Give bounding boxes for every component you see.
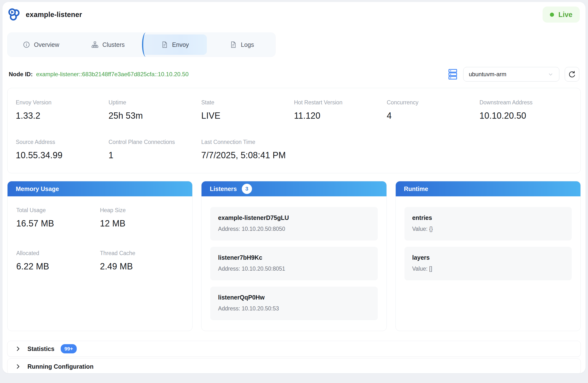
page-title: example-listener — [26, 11, 82, 19]
listener-item: example-listenerD75gLU Address: 10.10.20… — [210, 207, 378, 241]
tab-logs[interactable]: Logs — [210, 35, 274, 55]
card-title: Listeners — [210, 185, 237, 192]
listener-name: example-listenerD75gLU — [218, 214, 370, 221]
field-label: Allocated — [16, 250, 100, 257]
tab-envoy[interactable]: Envoy — [143, 35, 207, 55]
field-value: 4 — [387, 111, 480, 121]
info-icon — [23, 41, 30, 48]
tab-label: Logs — [241, 41, 254, 48]
info-field: Control Plane Connections1 — [108, 139, 201, 161]
section-running-configuration[interactable]: Running Configuration — [7, 359, 581, 373]
memory-field: Allocated6.22 MB — [16, 250, 100, 272]
document-icon — [161, 41, 168, 48]
info-field: Uptime25h 53m — [108, 99, 201, 121]
section-statistics[interactable]: Statistics 99+ — [7, 341, 581, 357]
app-logo-icon — [8, 8, 21, 21]
node-select[interactable]: ubuntuvm-arm — [463, 67, 559, 81]
section-label: Running Configuration — [27, 363, 93, 370]
listeners-card: Listeners 3 example-listenerD75gLU Addre… — [201, 181, 386, 331]
tab-label: Envoy — [172, 41, 189, 48]
node-controls: ubuntuvm-arm — [448, 67, 579, 81]
accordion-sections: Statistics 99+ Running Configuration Run… — [7, 341, 581, 373]
listener-name: listenerQqP0Hw — [218, 294, 370, 301]
card-title: Runtime — [404, 185, 428, 192]
memory-field: Total Usage16.57 MB — [16, 207, 100, 229]
runtime-value: Value: [] — [412, 265, 564, 272]
listeners-body: example-listenerD75gLU Address: 10.10.20… — [202, 196, 386, 331]
field-value: 6.22 MB — [16, 262, 100, 272]
listener-address: Address: 10.10.20.50:8050 — [218, 226, 370, 232]
field-label: Control Plane Connections — [108, 139, 201, 145]
runtime-item: entries Value: {} — [404, 207, 572, 241]
node-id-label: Node ID: — [9, 71, 33, 78]
listener-name: listener7bH9Kc — [218, 254, 370, 261]
runtime-body: entries Value: {} layers Value: [] — [396, 196, 581, 291]
field-label: Concurrency — [387, 99, 480, 106]
runtime-key: layers — [412, 254, 564, 261]
cards-row: Memory Usage Total Usage16.57 MB Heap Si… — [7, 181, 581, 331]
field-label: Last Connection Time — [201, 139, 294, 145]
chevron-down-icon — [547, 71, 554, 78]
memory-field: Heap Size12 MB — [100, 207, 184, 229]
node-id-row: Node ID: example-listener::683b2148ff7e3… — [7, 67, 581, 81]
app-header: example-listener Live — [7, 2, 581, 27]
listener-item: listenerQqP0Hw Address: 10.10.20.50:53 — [210, 287, 378, 320]
runtime-key: entries — [412, 214, 564, 221]
chevron-right-icon — [15, 363, 21, 370]
memory-usage-body: Total Usage16.57 MB Heap Size12 MB Alloc… — [7, 196, 192, 282]
memory-usage-card: Memory Usage Total Usage16.57 MB Heap Si… — [7, 181, 192, 331]
listener-address: Address: 10.10.20.50:8051 — [218, 265, 370, 272]
runtime-card: Runtime entries Value: {} layers Value: … — [396, 181, 581, 331]
field-label: Downstream Address — [480, 99, 572, 106]
info-field: Concurrency4 — [387, 99, 480, 121]
memory-field: Thread Cache2.49 MB — [100, 250, 184, 272]
field-value: 10.10.20.50 — [480, 111, 572, 121]
listeners-header: Listeners 3 — [202, 181, 386, 196]
listener-item: listener7bH9Kc Address: 10.10.20.50:8051 — [210, 247, 378, 280]
tab-label: Clusters — [103, 41, 125, 48]
info-field: Downstream Address10.10.20.50 — [480, 99, 572, 121]
main-panel: example-listener Live Overview Clusters — [2, 2, 586, 373]
document-icon — [230, 41, 237, 48]
envoy-info-card: Envoy Version1.33.2 Uptime25h 53m StateL… — [7, 88, 581, 173]
field-label: State — [201, 99, 294, 106]
section-label: Statistics — [27, 345, 54, 352]
info-field: Source Address10.55.34.99 — [16, 139, 108, 161]
field-label: Heap Size — [100, 207, 184, 214]
field-value: 1.33.2 — [16, 111, 108, 121]
runtime-header: Runtime — [396, 181, 581, 196]
tab-overview[interactable]: Overview — [9, 35, 73, 55]
node-select-value: ubuntuvm-arm — [469, 71, 506, 78]
node-id-value[interactable]: example-listener::683b2148ff7e3ae67d825c… — [36, 71, 189, 78]
runtime-value: Value: {} — [412, 226, 564, 232]
refresh-button[interactable] — [565, 67, 579, 81]
statistics-count-badge: 99+ — [61, 344, 77, 353]
field-value: LIVE — [201, 111, 294, 121]
field-label: Hot Restart Version — [294, 99, 387, 106]
refresh-icon — [568, 70, 576, 78]
field-label: Envoy Version — [16, 99, 108, 106]
field-value: 11.120 — [294, 111, 387, 121]
runtime-item: layers Value: [] — [404, 247, 572, 280]
field-value: 12 MB — [100, 219, 184, 229]
tab-label: Overview — [34, 41, 59, 48]
field-value: 25h 53m — [108, 111, 201, 121]
info-field: Envoy Version1.33.2 — [16, 99, 108, 121]
field-value: 2.49 MB — [100, 262, 184, 272]
field-value: 7/7/2025, 5:08:41 PM — [201, 150, 294, 161]
field-value: 10.55.34.99 — [16, 150, 108, 161]
field-label: Source Address — [16, 139, 108, 145]
listener-address: Address: 10.10.20.50:53 — [218, 305, 370, 312]
tab-clusters[interactable]: Clusters — [76, 35, 140, 55]
field-label: Uptime — [108, 99, 201, 106]
chevron-right-icon — [15, 346, 21, 352]
tab-bar: Overview Clusters Envoy Logs — [7, 33, 275, 57]
live-label: Live — [558, 11, 572, 19]
server-icon — [448, 69, 458, 80]
info-field: StateLIVE — [201, 99, 294, 121]
info-field: Last Connection Time7/7/2025, 5:08:41 PM — [201, 139, 294, 161]
live-status-badge: Live — [543, 7, 580, 22]
field-value: 1 — [108, 150, 201, 161]
info-field: Hot Restart Version11.120 — [294, 99, 387, 121]
clusters-icon — [91, 41, 99, 48]
